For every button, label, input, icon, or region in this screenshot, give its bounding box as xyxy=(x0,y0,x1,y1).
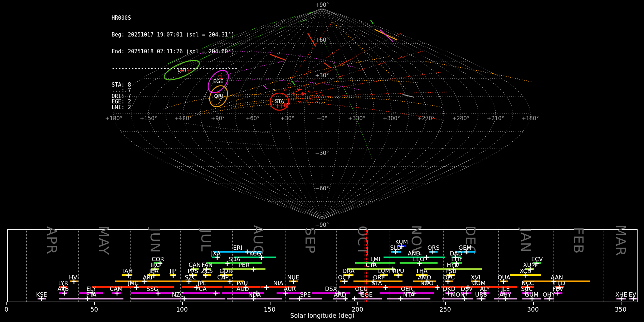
meteor-station-display: HR000S Beg: 20251017 19:07:01 (sol = 204… xyxy=(0,0,644,322)
month-label-jan: JAN xyxy=(518,228,534,253)
shower-label-eri: ERI xyxy=(233,244,242,251)
shower-label-pca: PCA xyxy=(195,286,207,292)
x-axis-tick-label: 150 xyxy=(264,306,275,313)
shower-label-aud: AUD xyxy=(236,286,249,292)
month-boundary-line xyxy=(26,230,27,302)
x-axis-tick-label: 200 xyxy=(352,306,363,313)
x-axis-tick xyxy=(6,302,7,305)
shower-label-nta: NTA xyxy=(403,291,414,298)
month-label-mar: MAR xyxy=(613,225,629,256)
x-axis-tick-label: 100 xyxy=(176,306,187,313)
x-axis-tick-label: 0 xyxy=(5,306,9,313)
x-axis-tick-label: 50 xyxy=(90,306,98,313)
x-axis-tick xyxy=(357,302,358,305)
activity-timeline: Solar longitude (deg) APRMAYJUNJULAUGSEP… xyxy=(0,0,644,322)
x-axis-title: Solar longitude (deg) xyxy=(290,312,355,319)
month-label-feb: FEB xyxy=(571,227,586,254)
shower-label-per: PER xyxy=(238,262,249,268)
month-label-may: MAY xyxy=(96,226,112,255)
x-axis-tick xyxy=(533,302,534,305)
shower-label-cta: CTA xyxy=(366,262,377,268)
shower-label-noo: NOO xyxy=(420,280,433,287)
month-boundary-line xyxy=(498,230,499,302)
month-boundary-line xyxy=(604,230,604,302)
shower-label-ege: EGE xyxy=(361,291,373,298)
month-boundary-line xyxy=(130,230,131,302)
x-axis-tick xyxy=(94,302,95,305)
month-boundary-line xyxy=(232,230,233,302)
shower-label-sta: STA xyxy=(371,280,382,287)
month-label-jul: JUL xyxy=(198,229,214,252)
x-axis-tick xyxy=(270,302,270,305)
x-axis-tick xyxy=(621,302,621,305)
x-axis-tick-label: 250 xyxy=(439,306,451,313)
month-label-oct: OCT xyxy=(355,226,371,255)
month-label-jun: JUN xyxy=(147,228,163,253)
month-label-apr: APR xyxy=(44,226,60,254)
x-axis-tick xyxy=(445,302,446,305)
x-axis-tick-label: 350 xyxy=(615,306,626,313)
month-boundary-line xyxy=(78,230,79,302)
x-axis-tick xyxy=(182,302,183,305)
month-label-sep: SEP xyxy=(302,227,318,254)
x-axis-tick-label: 300 xyxy=(527,306,538,313)
shower-label-nia: NIA xyxy=(273,280,283,287)
